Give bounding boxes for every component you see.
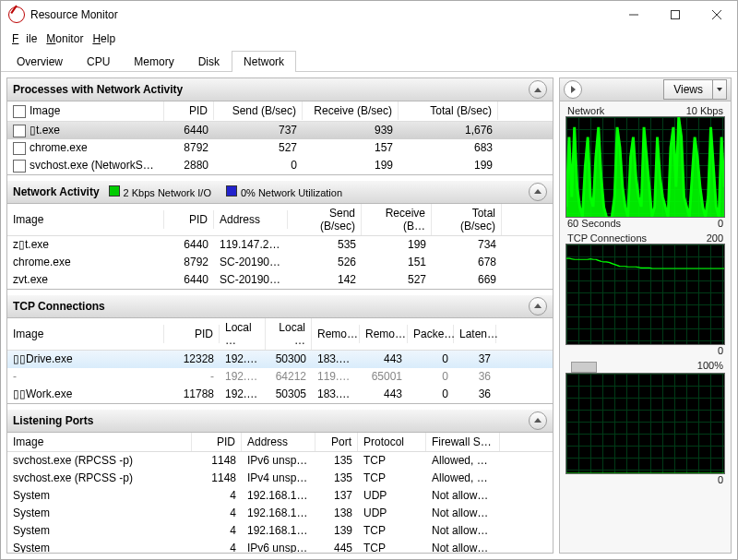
table-row[interactable]: z▯t.exe6440119.147.2…535199734 xyxy=(7,236,553,254)
menubar: File Monitor Help xyxy=(1,29,737,51)
panel-header-activity[interactable]: Network Activity 2 Kbps Network I/O 0% N… xyxy=(7,181,553,204)
table-row[interactable]: System4192.168.1…139TCPNot allow… xyxy=(7,522,553,540)
svg-rect-0 xyxy=(671,11,679,19)
table-body: ▯▯Drive.exe12328192.1…50300183.4…443037-… xyxy=(7,351,553,403)
menu-help[interactable]: Help xyxy=(89,30,119,47)
mini-indicator-icon xyxy=(571,362,597,373)
col-port[interactable]: Port xyxy=(315,433,358,451)
col-fw[interactable]: Firewall S… xyxy=(426,433,500,451)
chart-title: Network xyxy=(567,105,604,116)
col-addr[interactable]: Address xyxy=(214,210,288,229)
col-send[interactable]: Send (B/sec) xyxy=(214,101,303,120)
collapse-icon[interactable] xyxy=(529,80,547,99)
panel-network-activity: Network Activity 2 Kbps Network I/O 0% N… xyxy=(7,181,553,290)
table-row[interactable]: svchost.exe (NetworkService…28800199199 xyxy=(7,157,553,174)
col-laddr[interactable]: Local … xyxy=(220,318,266,350)
col-image[interactable]: Image xyxy=(7,325,164,343)
views-button[interactable]: Views xyxy=(663,79,727,100)
right-column: Views Network10 Kbps60 Seconds0TCP Conne… xyxy=(559,77,732,554)
left-column: Processes with Network Activity Image PI… xyxy=(6,77,554,554)
tab-memory[interactable]: Memory xyxy=(122,51,185,72)
col-lat[interactable]: Laten… xyxy=(454,325,496,343)
table-row[interactable]: ▯▯Work.exe11788192.1…50305183.4…443036 xyxy=(7,386,553,403)
table-row[interactable]: ▯▯Drive.exe12328192.1…50300183.4…443037 xyxy=(7,351,553,368)
expand-right-icon[interactable] xyxy=(564,80,582,99)
checkbox[interactable] xyxy=(13,160,26,173)
checkbox-all[interactable] xyxy=(13,105,26,118)
col-pid[interactable]: PID xyxy=(164,325,220,343)
table-body: z▯t.exe6440119.147.2…535199734chrome.exe… xyxy=(7,236,553,289)
chart-box: TCP Connections2000 xyxy=(565,232,725,356)
panel-tcp: TCP Connections Image PID Local … Local … xyxy=(7,295,553,404)
col-pid[interactable]: PID xyxy=(164,210,214,229)
table-row[interactable]: chrome.exe8792SC-20190…526151678 xyxy=(7,254,553,271)
table-row[interactable]: ▯t.exe64407379391,676 xyxy=(7,122,553,139)
minimize-button[interactable] xyxy=(613,1,654,29)
table-body: svchost.exe (RPCSS -p)1148IPv6 unsp…135T… xyxy=(7,452,553,554)
tab-network[interactable]: Network xyxy=(232,51,296,72)
util-indicator-icon xyxy=(226,185,237,197)
menu-monitor[interactable]: Monitor xyxy=(42,30,87,47)
checkbox[interactable] xyxy=(13,142,26,155)
col-rport[interactable]: Remo… xyxy=(360,325,408,343)
col-total[interactable]: Total (B/sec) xyxy=(399,101,498,120)
resource-monitor-window: Resource Monitor File Monitor Help Overv… xyxy=(0,0,738,560)
table-row[interactable]: System4192.168.1…137UDPNot allow… xyxy=(7,487,553,505)
col-pid[interactable]: PID xyxy=(164,101,214,120)
app-icon xyxy=(8,6,25,23)
charts-area: Network10 Kbps60 Seconds0TCP Connections… xyxy=(560,101,731,553)
col-total[interactable]: Total (B/sec) xyxy=(432,204,502,235)
chart-canvas xyxy=(565,116,725,218)
right-toolbar: Views xyxy=(560,78,731,101)
close-button[interactable] xyxy=(696,1,737,29)
table-row[interactable]: --192.1…64212119.1…65001036 xyxy=(7,368,553,386)
table-body: ▯t.exe64407379391,676chrome.exe879252715… xyxy=(7,122,553,174)
panel-processes: Processes with Network Activity Image PI… xyxy=(7,78,553,175)
table-row[interactable]: System4IPv6 unsp…445TCPNot allow… xyxy=(7,540,553,554)
chart-box: 100%0 xyxy=(565,360,725,485)
tabbar: Overview CPU Memory Disk Network xyxy=(1,51,737,72)
panel-header-tcp[interactable]: TCP Connections xyxy=(7,295,553,318)
table-header: Image PID Address Send (B/sec) Receive (… xyxy=(7,204,553,236)
maximize-button[interactable] xyxy=(654,1,696,29)
tab-overview[interactable]: Overview xyxy=(5,51,75,72)
col-proto[interactable]: Protocol xyxy=(358,433,426,451)
chart-canvas xyxy=(565,244,725,345)
col-image[interactable]: Image xyxy=(7,433,192,451)
chart-box: Network10 Kbps60 Seconds0 xyxy=(565,105,725,229)
table-row[interactable]: svchost.exe (RPCSS -p)1148IPv6 unsp…135T… xyxy=(7,452,553,470)
table-row[interactable]: zvt.exe6440SC-20190…142527669 xyxy=(7,271,553,289)
table-header: Image PID Address Port Protocol Firewall… xyxy=(7,433,553,452)
panel-ports: Listening Ports Image PID Address Port P… xyxy=(7,410,553,554)
col-lport[interactable]: Local … xyxy=(266,318,312,350)
titlebar[interactable]: Resource Monitor xyxy=(1,1,737,29)
col-raddr[interactable]: Remo… xyxy=(312,325,360,343)
col-image[interactable]: Image xyxy=(7,210,164,229)
table-header: Image PID Local … Local … Remo… Remo… Pa… xyxy=(7,318,553,351)
col-pid[interactable]: PID xyxy=(192,433,242,451)
collapse-icon[interactable] xyxy=(529,411,547,430)
col-addr[interactable]: Address xyxy=(242,433,315,451)
table-row[interactable]: svchost.exe (RPCSS -p)1148IPv4 unsp…135T… xyxy=(7,470,553,487)
col-image[interactable]: Image xyxy=(7,101,164,121)
collapse-icon[interactable] xyxy=(529,183,547,201)
col-send[interactable]: Send (B/sec) xyxy=(288,204,362,235)
panel-header-processes[interactable]: Processes with Network Activity xyxy=(7,78,553,101)
col-recv[interactable]: Receive (B/sec) xyxy=(303,101,399,120)
checkbox[interactable] xyxy=(13,125,26,137)
chart-canvas xyxy=(565,373,725,474)
table-row[interactable]: chrome.exe8792527157683 xyxy=(7,139,553,157)
collapse-icon[interactable] xyxy=(529,297,547,316)
menu-file[interactable]: File xyxy=(8,30,41,47)
col-recv[interactable]: Receive (B… xyxy=(362,204,432,235)
io-indicator-icon xyxy=(109,185,120,197)
window-title: Resource Monitor xyxy=(30,8,613,21)
col-loss[interactable]: Packe… xyxy=(408,325,454,343)
panel-header-ports[interactable]: Listening Ports xyxy=(7,410,553,433)
tab-disk[interactable]: Disk xyxy=(186,51,232,72)
tab-cpu[interactable]: CPU xyxy=(75,51,122,72)
table-header: Image PID Send (B/sec) Receive (B/sec) T… xyxy=(7,101,553,122)
table-row[interactable]: System4192.168.1…138UDPNot allow… xyxy=(7,505,553,522)
chart-title: TCP Connections xyxy=(567,232,647,244)
chevron-down-icon[interactable] xyxy=(712,80,726,99)
